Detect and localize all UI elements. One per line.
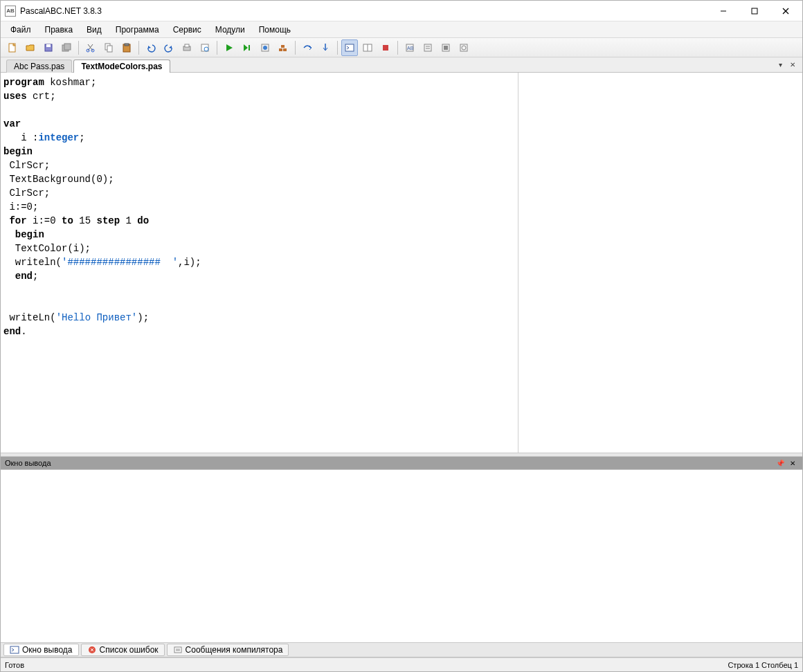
tool-c-button[interactable] bbox=[437, 39, 454, 56]
kw-uses: uses bbox=[3, 91, 27, 102]
step-into-button[interactable] bbox=[317, 39, 334, 56]
step-over-button[interactable] bbox=[299, 39, 316, 56]
maximize-button[interactable] bbox=[739, 1, 770, 21]
bottom-tab-label: Окно вывода bbox=[22, 645, 73, 655]
menu-program[interactable]: Программа bbox=[109, 24, 166, 36]
kw-program: program bbox=[3, 77, 44, 88]
svg-rect-14 bbox=[107, 46, 112, 52]
tabs-dropdown-icon[interactable]: ▾ bbox=[775, 59, 786, 70]
menu-view[interactable]: Вид bbox=[80, 24, 109, 36]
kw-for: for bbox=[9, 215, 26, 226]
toolbar-separator bbox=[337, 41, 338, 55]
side-panel bbox=[518, 73, 802, 453]
undo-button[interactable] bbox=[143, 39, 159, 56]
svg-rect-1 bbox=[752, 8, 757, 14]
kw-do: do bbox=[137, 215, 149, 226]
file-tab-active[interactable]: TextModeColors.pas bbox=[73, 60, 170, 73]
kw-end-inner: end bbox=[15, 271, 33, 282]
close-button[interactable] bbox=[770, 1, 801, 21]
compile-button[interactable] bbox=[257, 39, 273, 56]
bottom-tabstrip: Окно вывода Список ошибок Сообщения комп… bbox=[1, 642, 802, 657]
bottom-tab-compiler[interactable]: Сообщения компилятора bbox=[167, 644, 289, 656]
output-icon bbox=[10, 645, 19, 655]
save-all-button[interactable] bbox=[58, 39, 75, 56]
svg-rect-28 bbox=[345, 44, 354, 51]
menu-service[interactable]: Сервис bbox=[166, 24, 208, 36]
file-tab[interactable]: Abc Pass.pas bbox=[6, 60, 72, 73]
terminal-toggle-button[interactable] bbox=[341, 39, 358, 56]
kw-step: step bbox=[96, 215, 120, 226]
svg-rect-49 bbox=[174, 647, 181, 653]
output-panel-body[interactable] bbox=[1, 469, 802, 642]
menu-edit[interactable]: Правка bbox=[38, 24, 80, 36]
editor-area: program koshmar; uses crt; var i :intege… bbox=[1, 73, 802, 453]
status-text: Готов bbox=[5, 661, 24, 669]
paste-button[interactable] bbox=[118, 39, 135, 56]
save-file-button[interactable] bbox=[40, 39, 57, 56]
status-col-label: Столбец bbox=[761, 661, 792, 669]
copy-button[interactable] bbox=[100, 39, 117, 56]
kw-var: var bbox=[3, 118, 21, 129]
run-button[interactable] bbox=[221, 39, 237, 56]
menu-file[interactable]: Файл bbox=[3, 24, 38, 36]
minimize-button[interactable] bbox=[707, 1, 739, 21]
compiler-icon bbox=[173, 645, 183, 655]
cut-button[interactable] bbox=[82, 39, 99, 56]
svg-rect-8 bbox=[64, 44, 71, 50]
code-editor[interactable]: program koshmar; uses crt; var i :intege… bbox=[1, 73, 518, 453]
run-nodebug-button[interactable] bbox=[239, 39, 255, 56]
output-panel-header: Окно вывода 📌 ✕ bbox=[1, 457, 802, 469]
kw-to: to bbox=[62, 215, 73, 226]
menubar: Файл Правка Вид Программа Сервис Модули … bbox=[1, 21, 802, 38]
svg-point-42 bbox=[462, 46, 466, 50]
app-icon: AB bbox=[5, 6, 16, 17]
svg-rect-36 bbox=[424, 44, 431, 51]
svg-rect-6 bbox=[46, 44, 51, 47]
bottom-tab-label: Список ошибок bbox=[100, 645, 159, 655]
status-line-label: Строка bbox=[728, 661, 752, 669]
toolbar-separator bbox=[78, 41, 79, 55]
window-title: PascalABC.NET 3.8.3 bbox=[20, 6, 707, 16]
tool-a-button[interactable]: AB bbox=[402, 39, 418, 56]
print-preview-button[interactable] bbox=[197, 39, 213, 56]
svg-rect-40 bbox=[444, 46, 448, 50]
build-button[interactable] bbox=[275, 39, 291, 56]
svg-point-23 bbox=[263, 46, 267, 50]
statusbar: Готов Строка 1 Столбец 1 bbox=[1, 657, 802, 671]
output-panel-title: Окно вывода bbox=[5, 459, 51, 467]
redo-button[interactable] bbox=[161, 39, 177, 56]
window-controls bbox=[707, 1, 801, 21]
toolbar-separator bbox=[138, 41, 139, 55]
toolbar-separator bbox=[397, 41, 398, 55]
svg-rect-18 bbox=[185, 44, 189, 47]
svg-text:AB: AB bbox=[407, 46, 414, 51]
toolbar-separator bbox=[295, 41, 296, 55]
tool-b-button[interactable] bbox=[419, 39, 436, 56]
print-button[interactable] bbox=[179, 39, 195, 56]
bottom-tab-label: Сообщения компилятора bbox=[186, 645, 283, 655]
bottom-tab-errors[interactable]: Список ошибок bbox=[81, 644, 165, 656]
open-file-button[interactable] bbox=[22, 39, 39, 56]
file-tabstrip: Abc Pass.pas TextModeColors.pas ▾ ✕ bbox=[1, 57, 802, 73]
errors-icon bbox=[87, 645, 97, 655]
menu-help[interactable]: Помощь bbox=[252, 24, 298, 36]
svg-rect-21 bbox=[249, 45, 250, 51]
svg-rect-24 bbox=[279, 48, 282, 51]
tool-d-button[interactable] bbox=[455, 39, 472, 56]
tabs-close-icon[interactable]: ✕ bbox=[787, 59, 798, 70]
svg-rect-16 bbox=[125, 44, 129, 46]
pin-icon[interactable]: 📌 bbox=[775, 457, 786, 469]
kw-begin-inner: begin bbox=[15, 229, 44, 240]
svg-rect-43 bbox=[10, 646, 19, 653]
status-col-value: 1 bbox=[794, 661, 798, 669]
new-file-button[interactable] bbox=[4, 39, 21, 56]
type-integer: integer bbox=[38, 132, 79, 143]
status-line-value: 1 bbox=[755, 661, 759, 669]
stop-button[interactable] bbox=[377, 39, 394, 56]
menu-modules[interactable]: Модули bbox=[208, 24, 252, 36]
close-panel-icon[interactable]: ✕ bbox=[787, 457, 798, 469]
titlebar: AB PascalABC.NET 3.8.3 bbox=[1, 1, 802, 21]
bottom-tab-output[interactable]: Окно вывода bbox=[3, 644, 79, 656]
kw-end: end bbox=[3, 326, 21, 337]
layout-toggle-button[interactable] bbox=[359, 39, 376, 56]
